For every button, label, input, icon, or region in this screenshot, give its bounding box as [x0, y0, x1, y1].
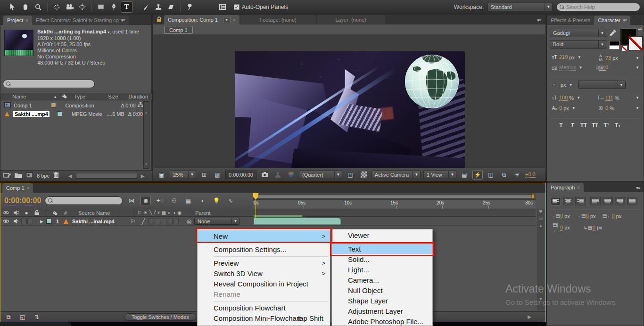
timeline-timecode[interactable]: 0:00:00:00 [4, 196, 41, 205]
selection-tool-icon[interactable] [7, 1, 18, 13]
chevron-down-icon[interactable]: ▼ [577, 96, 580, 100]
composition-video[interactable] [235, 51, 465, 176]
switches-column-icons[interactable]: ⚐☀╲fx▦◐◑◉ [137, 210, 189, 215]
layer-label-swatch[interactable] [46, 219, 51, 224]
menu-item-new[interactable]: New > [198, 230, 330, 243]
eyedropper-icon[interactable] [610, 30, 616, 37]
close-icon[interactable]: × [27, 186, 30, 191]
comp-flowchart-icon[interactable]: ⚡ [472, 170, 483, 179]
align-left-button[interactable] [551, 197, 561, 205]
pen-tool-icon[interactable] [108, 1, 120, 13]
font-family-dropdown[interactable]: Gadugi ▼ [550, 29, 606, 37]
table-row-comp1[interactable]: Comp 1 Composition Δ 0:00 [0, 101, 152, 109]
menu-item-switch-3d-view[interactable]: Switch 3D View > [198, 269, 330, 279]
draft-3d-icon[interactable]: ◙ [140, 196, 151, 205]
align-right-button[interactable] [575, 197, 586, 205]
submenu-item-camera[interactable]: Camera... [332, 275, 432, 285]
default-fill-icon[interactable] [609, 41, 619, 45]
horizontal-scale-value[interactable]: 111 [605, 95, 613, 101]
justify-last-right-button[interactable] [615, 197, 625, 205]
justify-all-button[interactable] [627, 197, 637, 205]
submenu-item-adjustment-layer[interactable]: Adjustment Layer [332, 306, 432, 317]
font-size-value[interactable]: 219 [559, 54, 568, 60]
playhead[interactable] [253, 193, 259, 219]
new-folder-icon[interactable] [15, 172, 22, 179]
label-swatch[interactable] [51, 103, 56, 108]
leading-value[interactable]: 73 [605, 55, 611, 61]
layer-audio-icon[interactable] [11, 217, 21, 226]
faux-italic-button[interactable]: T [567, 122, 578, 129]
label-column-icon[interactable] [50, 208, 60, 218]
indent-left-value[interactable]: 0 [560, 213, 563, 219]
comp-breadcrumb-chip[interactable]: Comp 1 [164, 26, 193, 34]
project-hscrollbar[interactable] [76, 173, 137, 179]
submenu-item-shape-layer[interactable]: Shape Layer [332, 296, 432, 306]
kerning-value[interactable]: Metrics [559, 65, 576, 71]
submenu-item-solid[interactable]: Solid... [332, 254, 432, 265]
lock-icon[interactable] [157, 16, 162, 23]
expand-in-out-icon[interactable]: ⇅ [32, 312, 42, 322]
menu-item-preview[interactable]: Preview > [198, 258, 330, 269]
vertical-scale-value[interactable]: 100 [559, 95, 568, 101]
submenu-item-text[interactable]: Text [332, 244, 432, 254]
view-layout-dropdown[interactable]: 1 View ▼ [423, 171, 456, 179]
auto-open-panels-toggle[interactable]: ✓ Auto-Open Panels [234, 4, 288, 10]
panel-menu-icon[interactable]: ▾≡ [121, 18, 125, 23]
magnification-dropdown[interactable]: 25% ▼ [170, 171, 196, 179]
tab-project[interactable]: Project × [3, 16, 32, 25]
no-color-icon[interactable] [621, 46, 627, 51]
rotation-tool-icon[interactable] [51, 1, 63, 13]
bpc-label[interactable]: 8 bpc [37, 173, 50, 179]
layer-shy-switch[interactable]: ⚐ [128, 217, 138, 226]
column-type[interactable]: Type [74, 94, 85, 99]
transparency-grid-icon[interactable] [358, 170, 369, 179]
chevron-down-icon[interactable]: ▼ [578, 65, 582, 70]
stroke-style-dropdown[interactable]: ▼ [578, 81, 626, 89]
tab-paragraph[interactable]: Paragraph × [547, 183, 584, 192]
panel-menu-icon[interactable]: ▾≡ [623, 18, 627, 23]
video-column-eye-icon[interactable] [0, 208, 11, 218]
type-tool-icon[interactable]: T [121, 1, 132, 13]
hide-shy-layers-icon[interactable]: ⚇ [169, 196, 179, 205]
close-icon[interactable]: × [577, 185, 580, 190]
source-name-column[interactable]: Source Name [78, 210, 134, 216]
layer-name[interactable]: Sakthi ...inal.mp4 [72, 219, 128, 224]
project-search-box[interactable] [3, 80, 95, 88]
timeline-search-box[interactable] [45, 196, 123, 205]
small-caps-button[interactable]: TT [589, 122, 601, 129]
justify-last-left-button[interactable] [590, 197, 601, 205]
chevron-down-icon[interactable]: ▼ [223, 17, 231, 23]
indent-first-value[interactable]: 0 [586, 213, 589, 219]
scroll-down-icon[interactable]: ▼ [538, 296, 544, 302]
search-help-input[interactable] [566, 4, 637, 10]
faux-bold-button[interactable]: T [555, 122, 567, 129]
marker-shield-icon[interactable]: ⛊ [538, 209, 544, 214]
live-update-icon[interactable]: ✦◌ [155, 196, 165, 205]
layer-fx-box[interactable] [149, 219, 154, 224]
superscript-button[interactable]: T¹ [601, 122, 612, 129]
scroll-up-icon[interactable]: ▲ [538, 223, 544, 228]
solo-column-icon[interactable]: ● [21, 208, 32, 218]
zoom-tool-icon[interactable] [32, 1, 44, 13]
tab-timeline-comp1[interactable]: Comp 1 × [2, 183, 33, 193]
column-name[interactable]: Name [12, 94, 26, 99]
tab-footage[interactable]: Footage: (none) [240, 15, 316, 24]
hscroll-left-icon[interactable]: ◀ [68, 173, 72, 179]
layer-motion-blur-box[interactable] [161, 219, 166, 224]
show-channels-icon[interactable] [286, 170, 296, 179]
timeline-ruler[interactable]: 0s 05s 10s 15s 20s 25s 30s [253, 193, 536, 209]
layer-eye-icon[interactable] [0, 217, 11, 226]
expand-transfer-controls-icon[interactable]: ◱ [17, 312, 28, 322]
index-column-label[interactable]: # [64, 210, 67, 216]
camera-tool-icon[interactable] [64, 1, 75, 13]
menu-item-composition-settings[interactable]: Composition Settings... [198, 244, 330, 255]
interpret-footage-icon[interactable] [3, 172, 11, 179]
comp-marker-icon[interactable]: ◲ [538, 215, 544, 221]
tab-composition[interactable]: Composition: Comp 1 ▼ × [164, 15, 239, 24]
all-caps-button[interactable]: TT [578, 122, 589, 129]
work-area-bar[interactable] [254, 194, 535, 198]
font-style-dropdown[interactable]: Bold ▼ [550, 40, 606, 49]
expand-layer-switches-icon[interactable]: ⧉ [3, 312, 14, 322]
ruler-scale[interactable]: 0s 05s 10s 15s 20s 25s 30s [253, 199, 536, 209]
composition-mini-flowchart-icon[interactable]: ⋈ [126, 196, 137, 205]
